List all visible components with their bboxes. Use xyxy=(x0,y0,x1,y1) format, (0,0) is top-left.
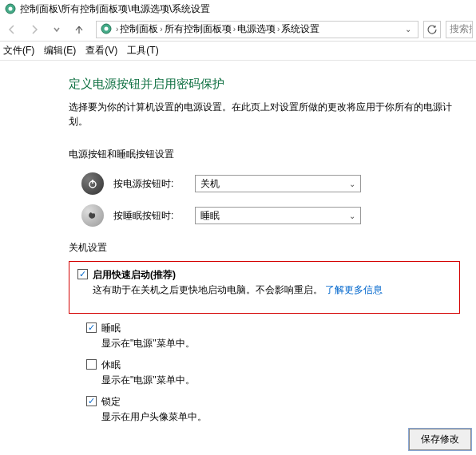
power-button-select[interactable]: 关机 ⌄ xyxy=(195,175,361,192)
back-button[interactable] xyxy=(3,21,21,38)
power-button-row: 按电源按钮时: 关机 ⌄ xyxy=(69,172,460,195)
sleep-option-desc: 显示在"电源"菜单中。 xyxy=(101,337,460,350)
page-title: 定义电源按钮并启用密码保护 xyxy=(69,77,460,92)
title-bar: 控制面板\所有控制面板项\电源选项\系统设置 xyxy=(0,0,476,18)
footer: 保存修改 xyxy=(409,429,471,450)
save-button[interactable]: 保存修改 xyxy=(409,429,471,450)
hibernate-option-desc: 显示在"电源"菜单中。 xyxy=(101,374,460,387)
hibernate-option-label: 休眠 xyxy=(101,358,121,372)
chevron-down-icon: ⌄ xyxy=(349,180,355,188)
power-options-icon xyxy=(4,2,17,15)
power-button-label: 按电源按钮时: xyxy=(113,177,185,191)
sleep-icon xyxy=(81,204,104,227)
sleep-button-value: 睡眠 xyxy=(200,209,220,223)
svg-point-3 xyxy=(105,26,109,30)
menu-bar: 文件(F) 编辑(E) 查看(V) 工具(T) xyxy=(0,42,476,61)
svg-point-1 xyxy=(9,7,13,11)
refresh-button[interactable] xyxy=(423,21,441,38)
section-power-sleep: 电源按钮和睡眠按钮设置 xyxy=(69,148,460,161)
up-button[interactable] xyxy=(70,21,88,38)
menu-edit[interactable]: 编辑(E) xyxy=(44,44,76,57)
chevron-down-icon: ⌄ xyxy=(349,212,355,220)
recent-locations-button[interactable] xyxy=(48,21,65,38)
sleep-option-label: 睡眠 xyxy=(101,322,121,335)
chevron-right-icon[interactable]: › xyxy=(158,25,164,34)
fast-startup-checkbox[interactable] xyxy=(77,269,88,279)
power-options-icon xyxy=(100,22,114,37)
lock-option-label: 锁定 xyxy=(101,395,121,409)
power-button-value: 关机 xyxy=(200,177,220,191)
fast-startup-desc-text: 这有助于在关机之后更快地启动电脑。不会影响重启。 xyxy=(93,284,323,295)
window-title: 控制面板\所有控制面板项\电源选项\系统设置 xyxy=(20,2,210,16)
learn-more-link[interactable]: 了解更多信息 xyxy=(325,284,383,295)
menu-tools[interactable]: 工具(T) xyxy=(127,44,158,57)
power-icon xyxy=(81,172,104,195)
crumb-control-panel[interactable]: 控制面板 xyxy=(120,22,158,36)
sleep-checkbox[interactable] xyxy=(86,322,97,333)
search-input[interactable]: 搜索控 xyxy=(446,21,473,38)
crumb-system-settings[interactable]: 系统设置 xyxy=(281,22,319,36)
hibernate-checkbox[interactable] xyxy=(86,359,97,370)
lock-option-desc: 显示在用户头像菜单中。 xyxy=(101,410,460,424)
crumb-power-options[interactable]: 电源选项 xyxy=(237,22,276,36)
forward-button[interactable] xyxy=(26,21,43,38)
search-placeholder: 搜索控 xyxy=(450,22,473,36)
lock-checkbox[interactable] xyxy=(86,396,97,406)
fast-startup-desc: 这有助于在关机之后更快地启动电脑。不会影响重启。 了解更多信息 xyxy=(93,283,451,297)
toolbar: › 控制面板 › 所有控制面板项 › 电源选项 › 系统设置 ⌄ 搜索控 xyxy=(0,18,476,42)
breadcrumb[interactable]: › 控制面板 › 所有控制面板项 › 电源选项 › 系统设置 ⌄ xyxy=(96,21,418,38)
sleep-button-label: 按睡眠按钮时: xyxy=(113,209,185,223)
chevron-right-icon[interactable]: › xyxy=(232,25,237,34)
page-description: 选择要为你的计算机设置的电源设置。在此页上对设置所做的更改将应用于你所有的电源计… xyxy=(69,100,460,129)
chevron-down-icon[interactable]: ⌄ xyxy=(402,25,415,34)
shutdown-options: 睡眠 显示在"电源"菜单中。 休眠 显示在"电源"菜单中。 锁定 显示在用户头像… xyxy=(69,322,460,424)
fast-startup-label: 启用快速启动(推荐) xyxy=(93,268,176,282)
chevron-right-icon[interactable]: › xyxy=(276,25,281,34)
content-pane: 定义电源按钮并启用密码保护 选择要为你的计算机设置的电源设置。在此页上对设置所做… xyxy=(0,61,476,448)
highlight-box: 启用快速启动(推荐) 这有助于在关机之后更快地启动电脑。不会影响重启。 了解更多… xyxy=(69,261,460,314)
crumb-all-items[interactable]: 所有控制面板项 xyxy=(165,22,232,36)
menu-view[interactable]: 查看(V) xyxy=(85,44,117,57)
menu-file[interactable]: 文件(F) xyxy=(3,44,34,57)
chevron-right-icon[interactable]: › xyxy=(114,25,120,34)
section-shutdown: 关机设置 xyxy=(69,241,460,255)
sleep-button-select[interactable]: 睡眠 ⌄ xyxy=(195,207,361,224)
sleep-button-row: 按睡眠按钮时: 睡眠 ⌄ xyxy=(69,204,460,227)
